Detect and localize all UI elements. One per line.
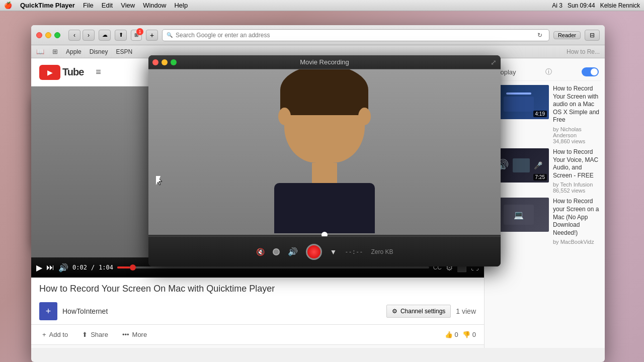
grid-icon[interactable]: ⊞ bbox=[52, 48, 58, 55]
reload-button[interactable]: ↻ bbox=[535, 30, 545, 40]
back-button[interactable]: ‹ bbox=[68, 30, 80, 41]
sidebar-title-2: How to Record Your Voice, MAC Audio, and… bbox=[553, 148, 601, 179]
share-button[interactable]: ⬆ Share bbox=[79, 329, 111, 340]
thumbup-icon: 👍 bbox=[445, 331, 453, 338]
like-button[interactable]: 👍 0 bbox=[445, 331, 458, 338]
settings-gear-icon: ⚙ bbox=[392, 308, 397, 315]
reading-list-button[interactable]: ☁ bbox=[99, 30, 111, 41]
sidebar-toggle[interactable]: ⊟ bbox=[585, 30, 600, 41]
close-button[interactable] bbox=[36, 32, 42, 38]
address-bar[interactable]: 🔍 ↻ bbox=[162, 29, 549, 41]
safari-titlebar: ‹ › ☁ ⬆ ⊞ 1 + 🔍 ↻ Reader ⊟ bbox=[31, 25, 605, 45]
bookmarks-icon[interactable]: 📖 bbox=[36, 48, 44, 55]
maximize-button[interactable] bbox=[54, 32, 60, 38]
more-label: More bbox=[132, 331, 147, 338]
qt-person-body bbox=[274, 183, 375, 233]
qt-volume-high-icon[interactable]: 🔊 bbox=[288, 247, 298, 256]
forward-button[interactable]: › bbox=[83, 30, 95, 41]
share-button[interactable]: ⬆ bbox=[115, 30, 127, 41]
channel-avatar[interactable]: + bbox=[39, 302, 57, 320]
sidebar-views-1: 34,860 views bbox=[553, 138, 601, 144]
qt-recording-title: Movie Recording bbox=[300, 58, 349, 66]
sidebar-video-info-1: How to Record Your Screen with audio on … bbox=[553, 85, 601, 144]
edit-menu[interactable]: Edit bbox=[102, 2, 113, 9]
sidebar-video-item-1[interactable]: 4:19 How to Record Your Screen with audi… bbox=[489, 85, 601, 144]
nav-buttons: ‹ › bbox=[68, 30, 95, 41]
progress-bar[interactable] bbox=[117, 266, 429, 268]
bookmark-apple[interactable]: Apple bbox=[66, 48, 82, 55]
search-icon: 🔍 bbox=[167, 32, 173, 38]
dislike-button[interactable]: 👎 0 bbox=[462, 331, 476, 338]
youtube-sidebar: Autoplay ⓘ 4:1 bbox=[484, 58, 605, 348]
adobe-icon: Ai 3 bbox=[552, 2, 562, 9]
share-label: Share bbox=[91, 331, 108, 338]
desktop: QuickTime Player File 🍎 QuickTime Player… bbox=[0, 11, 644, 362]
file-menu[interactable]: File bbox=[83, 2, 94, 9]
channel-settings-button[interactable]: ⚙ Channel settings bbox=[386, 305, 451, 318]
video-actions-row: + Add to ⬆ Share ••• More bbox=[31, 324, 484, 344]
add-to-label: Add to bbox=[49, 331, 68, 338]
mac-menubar: 🍎 QuickTime Player File Edit View Window… bbox=[0, 0, 644, 11]
sidebar-video-item-3[interactable]: 💻 How to Record your Screen on a Mac (No… bbox=[489, 198, 601, 245]
channel-info: HowToInternet bbox=[62, 307, 381, 315]
sidebar-duration-1: 4:19 bbox=[533, 111, 547, 117]
menubar-right-items: Ai 3 Sun 09:44 Kelsie Rennick bbox=[552, 2, 640, 9]
add-to-button[interactable]: + Add to bbox=[39, 329, 71, 340]
sidebar-channel-3: by MacBookVidz bbox=[553, 239, 601, 245]
qt-resize-button[interactable]: ⤢ bbox=[491, 58, 497, 66]
qt-recording-close[interactable] bbox=[152, 59, 158, 65]
autoplay-toggle[interactable] bbox=[582, 67, 599, 76]
sidebar-channel-2: by Tech Infusion bbox=[553, 182, 601, 188]
qt-volume-low-icon[interactable]: 🔇 bbox=[256, 248, 265, 256]
qt-dropdown-arrow[interactable]: ▼ bbox=[330, 248, 337, 256]
sidebar-title-1: How to Record Your Screen with audio on … bbox=[553, 85, 601, 124]
skip-next-button[interactable]: ⏭ bbox=[46, 263, 54, 272]
qt-person-head bbox=[284, 72, 365, 163]
qt-record-button[interactable] bbox=[306, 244, 322, 260]
qt-person bbox=[254, 72, 395, 233]
qt-person-ear-left bbox=[278, 108, 291, 125]
qt-volume-knob[interactable] bbox=[273, 248, 280, 255]
thumbdown-icon: 👎 bbox=[462, 331, 470, 338]
more-button[interactable]: ••• More bbox=[119, 329, 150, 340]
dislike-count: 0 bbox=[472, 331, 476, 338]
qt-recording-traffic-lights bbox=[152, 59, 177, 65]
more-icon: ••• bbox=[122, 331, 129, 338]
qt-person-neck bbox=[312, 163, 337, 183]
qt-recording-titlebar: Movie Recording ⤢ bbox=[148, 55, 501, 69]
user-name: Kelsie Rennick bbox=[600, 2, 640, 9]
qt-recording-minimize[interactable] bbox=[162, 59, 168, 65]
bookmark-disney[interactable]: Disney bbox=[90, 48, 108, 55]
qt-recording-window: Movie Recording ⤢ 🔇 bbox=[148, 55, 501, 266]
qt-recording-maximize[interactable] bbox=[171, 59, 177, 65]
help-menu[interactable]: Help bbox=[174, 2, 188, 9]
view-menu[interactable]: View bbox=[121, 2, 135, 9]
tab-badge[interactable]: ⊞ 1 bbox=[131, 30, 142, 41]
qt-recording-preview bbox=[148, 69, 501, 236]
bookmark-espn[interactable]: ESPN bbox=[116, 48, 132, 55]
apple-menu[interactable]: 🍎 bbox=[4, 2, 12, 9]
volume-button[interactable]: 🔊 bbox=[58, 263, 68, 273]
sidebar-video-item-2[interactable]: 🔊 🎤 7:25 How to Record Your Voice, MAC A… bbox=[489, 148, 601, 194]
total-time: 1:04 bbox=[99, 264, 113, 271]
play-button[interactable]: ▶ bbox=[36, 263, 42, 273]
autoplay-info-icon[interactable]: ⓘ bbox=[545, 67, 552, 76]
qt-recording-controls: 🔇 🔊 ▼ --:-- Zero KB bbox=[148, 236, 501, 266]
reader-button[interactable]: Reader bbox=[553, 31, 581, 39]
progress-dot bbox=[130, 264, 136, 270]
window-menu[interactable]: Window bbox=[143, 2, 166, 9]
qt-progress-bar[interactable] bbox=[148, 235, 501, 236]
current-time: 0:02 bbox=[72, 264, 87, 271]
sidebar-views-2: 86,552 views bbox=[553, 188, 601, 194]
video-title-area: How to Record Your Screen On Mac with Qu… bbox=[31, 278, 484, 302]
youtube-logo: Tube bbox=[39, 65, 84, 80]
app-name-menu[interactable]: QuickTime Player bbox=[20, 2, 75, 9]
like-count: 0 bbox=[455, 331, 458, 338]
minimize-button[interactable] bbox=[45, 32, 51, 38]
channel-settings-label: Channel settings bbox=[400, 308, 445, 315]
qt-size-display: Zero KB bbox=[371, 248, 393, 255]
new-tab-button[interactable]: + bbox=[146, 30, 158, 41]
time-separator: / bbox=[91, 264, 95, 271]
youtube-menu-button[interactable]: ≡ bbox=[96, 67, 101, 77]
address-input[interactable] bbox=[176, 32, 532, 39]
